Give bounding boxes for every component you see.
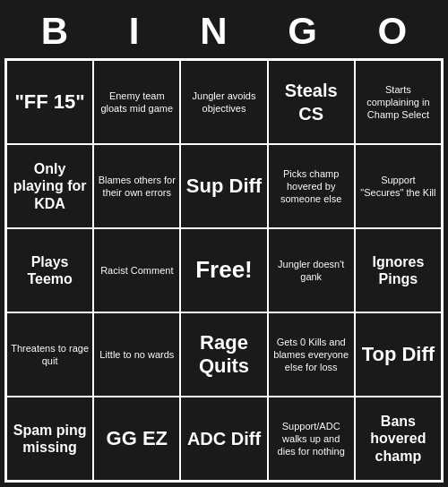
cell-racist-comment: Racist Comment [93, 228, 180, 312]
cell-starts-complaining: Starts complaining in Champ Select [355, 60, 442, 144]
cell-blames-others: Blames others for their own errors [93, 144, 180, 228]
cell-enemy-gloats: Enemy team gloats mid game [93, 60, 180, 144]
cell-ff15: "FF 15" [6, 60, 93, 144]
cell-ignores-pings: Ignores Pings [355, 228, 442, 312]
cell-top-diff: Top Diff [355, 312, 442, 397]
cell-adc-diff: ADC Diff [180, 397, 267, 481]
cell-picks-champ: Picks champ hovered by someone else [268, 144, 355, 228]
bingo-card: B I N G O "FF 15" Enemy team gloats mid … [4, 4, 444, 483]
cell-steals-cs: Steals CS [268, 60, 355, 144]
cell-jungler-avoids: Jungler avoids objectives [180, 60, 267, 144]
cell-plays-teemo: Plays Teemo [6, 228, 93, 312]
cell-free: Free! [180, 228, 267, 312]
cell-gg-ez: GG EZ [93, 397, 180, 481]
cell-spam-ping: Spam ping missing [6, 397, 93, 481]
cell-bans-hovered: Bans hovered champ [355, 397, 442, 481]
cell-little-wards: Little to no wards [93, 312, 180, 397]
cell-threatens-rage: Threatens to rage quit [6, 312, 93, 397]
cell-support-walks: Support/ADC walks up and dies for nothin… [268, 397, 355, 481]
cell-jungler-gank: Jungler doesn't gank [268, 228, 355, 312]
cell-rage-quits: Rage Quits [180, 312, 267, 397]
cell-only-playing: Only playing for KDA [6, 144, 93, 228]
cell-support-secures: Support "Secures" the Kill [355, 144, 442, 228]
cell-gets-0-kills: Gets 0 Kills and blames everyone else fo… [268, 312, 355, 397]
cell-sup-diff: Sup Diff [180, 144, 267, 228]
bingo-grid: "FF 15" Enemy team gloats mid game Jungl… [4, 58, 444, 483]
bingo-header: B I N G O [4, 4, 444, 58]
